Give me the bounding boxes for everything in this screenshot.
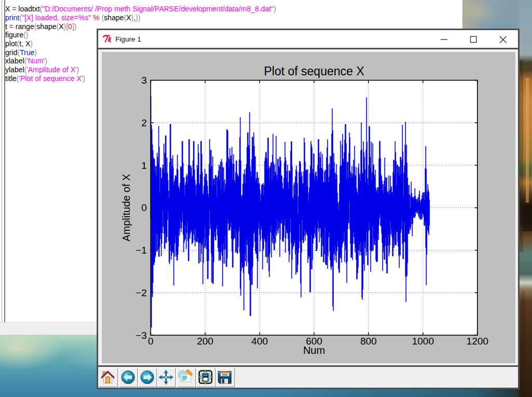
- svg-text:−1: −1: [135, 245, 147, 256]
- svg-text:Num: Num: [303, 344, 325, 355]
- svg-text:Plot of sequence X: Plot of sequence X: [263, 64, 364, 78]
- svg-text:2: 2: [141, 117, 147, 128]
- svg-text:−2: −2: [135, 287, 147, 298]
- svg-text:3: 3: [141, 75, 147, 86]
- svg-text:0: 0: [148, 335, 153, 346]
- svg-text:800: 800: [360, 335, 377, 346]
- svg-text:1200: 1200: [466, 335, 488, 346]
- svg-text:1: 1: [141, 160, 147, 170]
- svg-text:1000: 1000: [411, 335, 433, 346]
- svg-text:200: 200: [196, 335, 213, 346]
- svg-text:Amplitude of X: Amplitude of X: [121, 174, 132, 241]
- svg-text:400: 400: [251, 335, 268, 346]
- svg-text:0: 0: [141, 202, 147, 213]
- svg-text:−3: −3: [135, 329, 147, 340]
